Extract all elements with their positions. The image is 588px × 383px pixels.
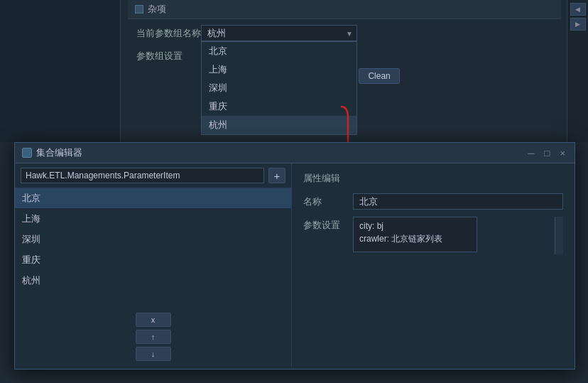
modal-delete-button[interactable]: x bbox=[136, 313, 171, 327]
current-param-row: 当前参数组名称 杭州 ▼ 北京 上海 深圳 重庆 杭州 bbox=[128, 19, 561, 47]
modal-list-item-beijing[interactable]: 北京 bbox=[15, 188, 291, 209]
params-textarea-wrapper: city: bj crawler: 北京链家列表 bbox=[353, 217, 563, 254]
modal-left-pane: Hawk.ETL.Managements.ParameterItem + 北京 … bbox=[15, 163, 292, 367]
name-input[interactable] bbox=[353, 193, 563, 210]
modal-dialog: 集合编辑器 ─ □ × Hawk.ETL.Managements.Paramet… bbox=[14, 142, 575, 369]
current-param-dropdown[interactable]: 杭州 ▼ 北京 上海 深圳 重庆 杭州 bbox=[201, 25, 357, 41]
modal-up-button[interactable]: ↑ bbox=[136, 330, 171, 344]
name-label: 名称 bbox=[303, 193, 346, 208]
current-param-label: 当前参数组名称 bbox=[136, 27, 201, 40]
modal-down-button[interactable]: ↓ bbox=[136, 347, 171, 361]
prop-edit-title: 属性编辑 bbox=[303, 172, 563, 185]
modal-title: 集合编辑器 bbox=[36, 146, 82, 159]
modal-titlebar: 集合编辑器 ─ □ × bbox=[15, 143, 575, 163]
modal-list-item-chongqing[interactable]: 重庆 bbox=[15, 250, 291, 271]
side-btn-1[interactable]: ◀ bbox=[570, 3, 586, 16]
clean-button[interactable]: Clean bbox=[359, 68, 399, 84]
modal-body: Hawk.ETL.Managements.ParameterItem + 北京 … bbox=[15, 163, 575, 367]
modal-right-pane: 属性编辑 名称 参数设置 city: bj crawler: 北京链家列表 bbox=[292, 163, 575, 367]
misc-title: 杂项 bbox=[148, 3, 166, 16]
modal-dialog-icon bbox=[22, 148, 32, 158]
name-row: 名称 bbox=[303, 193, 563, 210]
modal-list-item-hangzhou[interactable]: 杭州 bbox=[15, 271, 291, 291]
misc-section: 杂项 当前参数组名称 杭州 ▼ 北京 上海 深圳 重庆 杭州 参数组设置 Edi… bbox=[128, 0, 561, 90]
modal-controls: ─ □ × bbox=[526, 148, 567, 158]
misc-header-icon bbox=[135, 5, 143, 14]
params-textarea[interactable]: city: bj crawler: 北京链家列表 bbox=[353, 217, 477, 252]
modal-list-item-shanghai[interactable]: 上海 bbox=[15, 209, 291, 230]
misc-header: 杂项 bbox=[128, 0, 561, 19]
params-label: 参数设置 bbox=[303, 217, 346, 232]
params-textarea-scrollbar[interactable] bbox=[555, 217, 563, 254]
modal-item-list: 北京 上海 深圳 重庆 杭州 bbox=[15, 188, 291, 307]
type-selector[interactable]: Hawk.ETL.Managements.ParameterItem bbox=[21, 168, 264, 183]
dropdown-item-beijing[interactable]: 北京 bbox=[202, 42, 356, 60]
param-group-label: 参数组设置 bbox=[136, 50, 200, 63]
dropdown-item-chongqing[interactable]: 重庆 bbox=[202, 97, 356, 116]
params-row: 参数设置 city: bj crawler: 北京链家列表 bbox=[303, 217, 563, 254]
current-param-select[interactable]: 杭州 bbox=[201, 25, 357, 41]
left-sidebar bbox=[0, 0, 121, 142]
add-item-button[interactable]: + bbox=[268, 168, 285, 183]
modal-list-item-shenzhen[interactable]: 深圳 bbox=[15, 230, 291, 250]
modal-title-left: 集合编辑器 bbox=[22, 146, 82, 159]
modal-toolbar: Hawk.ETL.Managements.ParameterItem + bbox=[15, 163, 291, 188]
dropdown-open-list: 北京 上海 深圳 重庆 杭州 bbox=[201, 41, 357, 135]
right-side-buttons: ◀ ▶ bbox=[567, 0, 588, 142]
dropdown-item-hangzhou[interactable]: 杭州 bbox=[202, 116, 356, 134]
modal-restore-button[interactable]: □ bbox=[543, 148, 552, 158]
side-btn-2[interactable]: ▶ bbox=[570, 18, 586, 31]
modal-bottom-buttons: x ↑ ↓ bbox=[15, 307, 291, 367]
modal-minimize-button[interactable]: ─ bbox=[526, 148, 536, 158]
dropdown-item-shanghai[interactable]: 上海 bbox=[202, 60, 356, 79]
modal-close-button[interactable]: × bbox=[557, 148, 567, 158]
dropdown-item-shenzhen[interactable]: 深圳 bbox=[202, 79, 356, 97]
